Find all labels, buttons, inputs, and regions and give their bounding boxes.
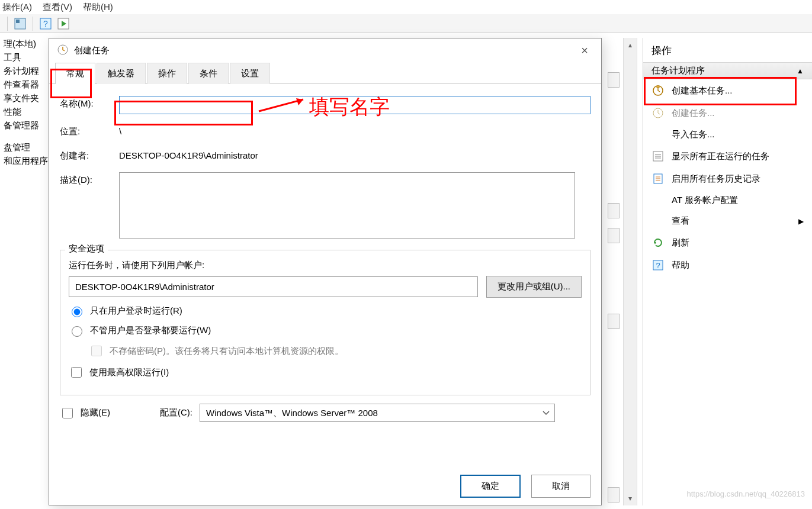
action-create-task[interactable]: 创建任务... — [643, 102, 812, 124]
tab-settings[interactable]: 设置 — [230, 63, 270, 84]
radio-run-logged-in[interactable]: 只在用户登录时运行(R) — [69, 305, 582, 317]
svg-rect-8 — [657, 86, 659, 88]
action-show-running[interactable]: 显示所有正在运行的任务 — [643, 145, 812, 167]
svg-text:?: ? — [43, 19, 48, 28]
doc-icon — [651, 172, 665, 185]
tree-item[interactable]: 性能 — [0, 105, 49, 119]
tree-item[interactable]: 理(本地) — [0, 37, 49, 51]
label-name: 名称(M): — [60, 96, 119, 109]
tree-item[interactable]: 件查看器 — [0, 78, 49, 92]
action-import-task[interactable]: 导入任务... — [643, 124, 812, 145]
location-value: \ — [119, 124, 590, 138]
run-icon[interactable] — [57, 17, 70, 30]
collapse-arrow-icon: ▲ — [797, 67, 804, 75]
chevron-right-icon: ▶ — [798, 217, 804, 225]
tree-item[interactable]: 盘管理 — [0, 141, 49, 154]
tree-item[interactable]: 享文件夹 — [0, 92, 49, 105]
ok-button[interactable]: 确定 — [460, 475, 521, 498]
nav-tree: 理(本地) 工具 务计划程 件查看器 享文件夹 性能 备管理器 盘管理 和应用程… — [0, 34, 50, 507]
label-location: 位置: — [60, 124, 119, 137]
tree-item[interactable]: 务计划程 — [0, 65, 49, 78]
watermark: https://blog.csdn.net/qq_40226813 — [687, 489, 805, 498]
description-input[interactable] — [119, 172, 575, 239]
help-icon[interactable]: ? — [39, 17, 52, 30]
highest-priv-checkbox[interactable] — [71, 367, 82, 378]
help-icon: ? — [651, 259, 665, 272]
tree-item[interactable]: 和应用程序 — [0, 154, 49, 168]
author-value: DESKTOP-0O4K1R9\Administrator — [119, 148, 590, 163]
hidden-checkbox[interactable] — [62, 408, 73, 418]
radio-logged-in-input[interactable] — [72, 307, 82, 317]
action-refresh[interactable]: 刷新 — [643, 231, 812, 254]
tab-triggers[interactable]: 触发器 — [97, 63, 146, 84]
svg-marker-18 — [654, 242, 656, 244]
check-hidden[interactable]: 隐藏(E) — [60, 406, 110, 420]
radio-run-always[interactable]: 不管用户是否登录都要运行(W) — [69, 324, 582, 337]
clock-icon — [651, 84, 665, 97]
actions-panel: 操作 任务计划程序 ▲ 创建基本任务... 创建任务... 导入任务... 显示… — [643, 38, 812, 505]
clock-dim-icon — [651, 107, 665, 120]
config-select[interactable]: Windows Vista™、Windows Server™ 2008 — [200, 404, 555, 422]
actions-header: 操作 — [643, 38, 812, 63]
tree-item[interactable]: 备管理器 — [0, 119, 49, 133]
no-password-checkbox — [91, 346, 102, 356]
radio-always-input[interactable] — [72, 326, 82, 337]
refresh-icon — [651, 236, 665, 249]
tab-conditions[interactable]: 条件 — [188, 63, 229, 84]
menubar: 操作(A) 查看(V) 帮助(H) — [0, 0, 812, 14]
action-at-account[interactable]: AT 服务帐户配置 — [643, 190, 812, 211]
svg-rect-1 — [16, 20, 20, 23]
security-text: 运行任务时，请使用下列用户帐户: — [69, 260, 582, 271]
actions-subheader[interactable]: 任务计划程序 ▲ — [643, 63, 812, 79]
action-create-basic-task[interactable]: 创建基本任务... — [643, 79, 812, 102]
tab-actions[interactable]: 操作 — [147, 63, 187, 84]
label-author: 创建者: — [60, 148, 119, 162]
label-config: 配置(C): — [160, 407, 192, 418]
cancel-button[interactable]: 取消 — [531, 475, 590, 498]
label-description: 描述(D): — [60, 172, 119, 186]
dialog-titlebar: 创建任务 × — [49, 38, 601, 62]
security-options-group: 安全选项 运行任务时，请使用下列用户帐户: DESKTOP-0O4K1R9\Ad… — [60, 250, 590, 395]
svg-text:?: ? — [656, 261, 660, 270]
tab-general[interactable]: 常规 — [55, 63, 95, 84]
change-user-button[interactable]: 更改用户或组(U)... — [486, 276, 582, 298]
user-account-box: DESKTOP-0O4K1R9\Administrator — [69, 276, 478, 297]
security-legend: 安全选项 — [65, 243, 108, 254]
list-icon — [651, 150, 665, 163]
action-help[interactable]: ? 帮助 — [643, 254, 812, 276]
menu-action[interactable]: 操作(A) — [2, 2, 32, 13]
tree-item[interactable]: 工具 — [0, 51, 49, 65]
scrollbar[interactable]: ▴ ▾ — [623, 38, 637, 505]
toolbar: ? — [0, 14, 812, 33]
check-no-password: 不存储密码(P)。该任务将只有访问本地计算机资源的权限。 — [89, 344, 582, 358]
check-highest-priv[interactable]: 使用最高权限运行(I) — [69, 365, 582, 379]
dialog-tabs: 常规 触发器 操作 条件 设置 — [49, 62, 601, 84]
name-input[interactable] — [119, 96, 590, 114]
close-icon[interactable]: × — [576, 44, 593, 57]
dialog-title-text: 创建任务 — [74, 45, 110, 56]
action-enable-history[interactable]: 启用所有任务历史记录 — [643, 167, 812, 190]
properties-icon[interactable] — [14, 17, 27, 30]
menu-view[interactable]: 查看(V) — [43, 2, 72, 13]
menu-help[interactable]: 帮助(H) — [83, 2, 113, 13]
action-view[interactable]: 查看 ▶ — [643, 211, 812, 231]
create-task-dialog: 创建任务 × 常规 触发器 操作 条件 设置 名称(M): 位置: \ 创建者:… — [49, 38, 602, 505]
clock-icon — [57, 44, 68, 57]
